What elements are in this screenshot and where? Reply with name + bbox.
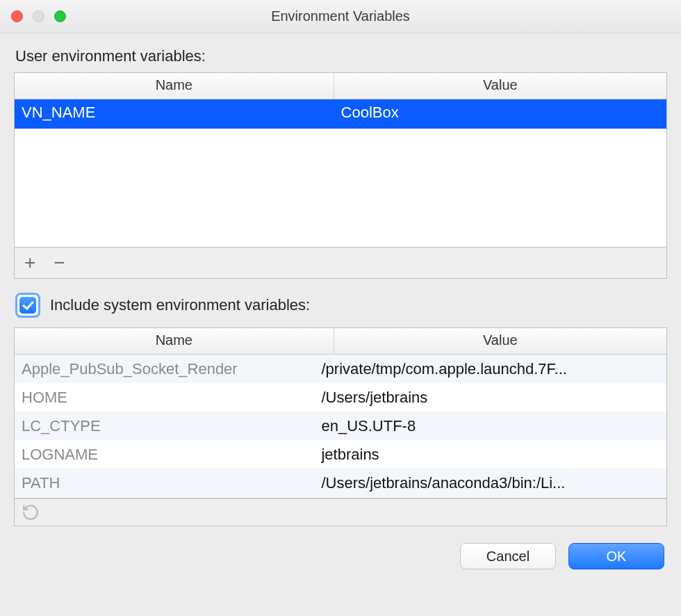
row-name: Apple_PubSub_Socket_Render: [15, 360, 314, 378]
col-name[interactable]: Name: [15, 328, 334, 354]
system-vars-toolbar: [14, 499, 667, 526]
user-vars-header: Name Value: [15, 73, 666, 99]
user-vars-table[interactable]: Name Value VN_NAME CoolBox: [14, 72, 667, 248]
row-name[interactable]: VN_NAME: [15, 99, 334, 129]
ok-button[interactable]: OK: [568, 543, 664, 569]
table-row[interactable]: LC_CTYPE en_US.UTF-8: [15, 412, 666, 440]
add-button[interactable]: +: [24, 253, 35, 273]
window-controls: [11, 10, 66, 22]
include-system-row[interactable]: Include system environment variables:: [15, 293, 666, 318]
check-icon: [19, 297, 36, 314]
table-row[interactable]: Apple_PubSub_Socket_Render /private/tmp/…: [15, 355, 666, 383]
window-title: Environment Variables: [0, 8, 681, 24]
user-vars-toolbar: + −: [14, 248, 667, 279]
system-vars-header: Name Value: [15, 328, 666, 355]
titlebar: Environment Variables: [0, 0, 681, 33]
row-value: en_US.UTF-8: [314, 417, 666, 435]
row-name: LC_CTYPE: [15, 417, 314, 435]
col-value[interactable]: Value: [334, 328, 666, 354]
row-value: /Users/jetbrains/anaconda3/bin:/Li...: [314, 474, 666, 492]
row-value: jetbrains: [314, 446, 666, 464]
row-value[interactable]: CoolBox: [334, 99, 666, 129]
zoom-icon[interactable]: [54, 10, 66, 22]
row-name: LOGNAME: [15, 446, 314, 464]
row-value: /Users/jetbrains: [314, 389, 666, 407]
cancel-button[interactable]: Cancel: [460, 543, 556, 569]
col-name[interactable]: Name: [15, 73, 334, 99]
row-name: HOME: [15, 389, 314, 407]
table-row[interactable]: PATH /Users/jetbrains/anaconda3/bin:/Li.…: [15, 469, 666, 497]
user-vars-body[interactable]: VN_NAME CoolBox: [15, 99, 666, 247]
dialog-buttons: Cancel OK: [0, 530, 681, 583]
remove-button[interactable]: −: [54, 253, 65, 273]
col-value[interactable]: Value: [334, 73, 666, 99]
close-icon[interactable]: [11, 10, 23, 22]
system-vars-body[interactable]: Apple_PubSub_Socket_Render /private/tmp/…: [15, 355, 666, 498]
row-value: /private/tmp/com.apple.launchd.7F...: [314, 360, 666, 378]
undo-icon[interactable]: [22, 503, 40, 521]
table-row[interactable]: VN_NAME CoolBox: [15, 99, 666, 129]
include-system-checkbox[interactable]: [15, 293, 40, 318]
user-vars-label: User environment variables:: [15, 47, 667, 65]
table-row[interactable]: LOGNAME jetbrains: [15, 440, 666, 469]
table-row[interactable]: HOME /Users/jetbrains: [15, 383, 666, 412]
system-vars-table[interactable]: Name Value Apple_PubSub_Socket_Render /p…: [14, 327, 667, 499]
row-name: PATH: [15, 474, 314, 492]
minimize-icon: [33, 10, 44, 22]
include-system-label: Include system environment variables:: [50, 296, 310, 314]
